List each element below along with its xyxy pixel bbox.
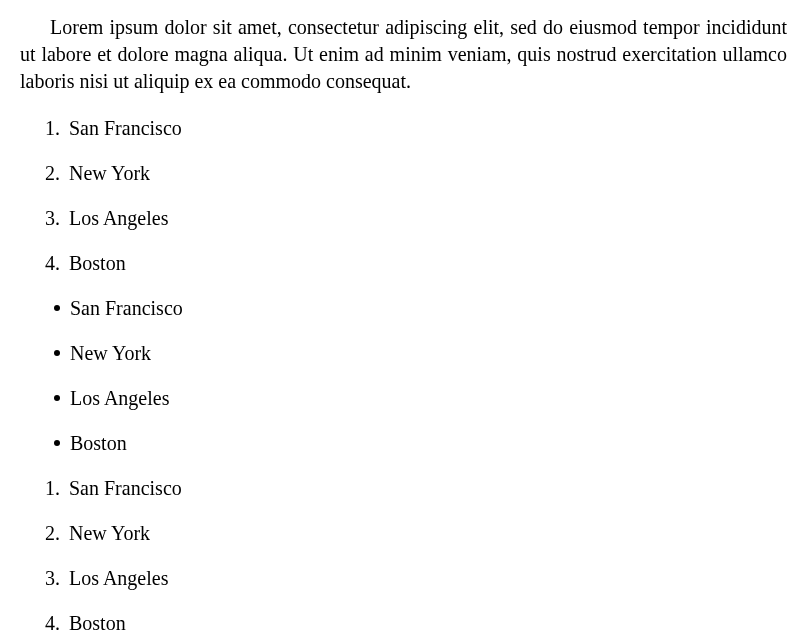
ordered-list-2: 1. San Francisco 2. New York 3. Los Ange…: [20, 475, 787, 637]
list-item-text: Los Angeles: [69, 205, 168, 232]
bullet-icon: [20, 430, 70, 457]
bullet-icon: [20, 295, 70, 322]
list-item-text: New York: [69, 520, 150, 547]
list-item: 3. Los Angeles: [20, 205, 787, 232]
list-item-text: Los Angeles: [69, 565, 168, 592]
ordered-list-1: 1. San Francisco 2. New York 3. Los Ange…: [20, 115, 787, 277]
list-item-text: San Francisco: [70, 295, 183, 322]
list-item: 2. New York: [20, 160, 787, 187]
unordered-list: San Francisco New York Los Angeles Bosto…: [20, 295, 787, 457]
list-item-text: Los Angeles: [70, 385, 169, 412]
list-marker: 2.: [20, 520, 69, 547]
list-item: 2. New York: [20, 520, 787, 547]
list-item: 4. Boston: [20, 250, 787, 277]
list-item: Los Angeles: [20, 385, 787, 412]
document-page: Lorem ipsum dolor sit amet, consectetur …: [0, 0, 807, 642]
list-item-text: Boston: [70, 430, 127, 457]
list-item: Boston: [20, 430, 787, 457]
list-item-text: Boston: [69, 250, 126, 277]
bullet-icon: [20, 385, 70, 412]
list-item: San Francisco: [20, 295, 787, 322]
list-marker: 4.: [20, 610, 69, 637]
list-marker: 3.: [20, 565, 69, 592]
list-marker: 3.: [20, 205, 69, 232]
list-item-text: San Francisco: [69, 115, 182, 142]
list-item: New York: [20, 340, 787, 367]
list-item: 3. Los Angeles: [20, 565, 787, 592]
list-item: 4. Boston: [20, 610, 787, 637]
list-item-text: New York: [70, 340, 151, 367]
list-marker: 4.: [20, 250, 69, 277]
intro-paragraph: Lorem ipsum dolor sit amet, consectetur …: [20, 14, 787, 95]
list-marker: 1.: [20, 115, 69, 142]
list-item: 1. San Francisco: [20, 115, 787, 142]
list-marker: 2.: [20, 160, 69, 187]
list-item-text: San Francisco: [69, 475, 182, 502]
list-item-text: Boston: [69, 610, 126, 637]
list-marker: 1.: [20, 475, 69, 502]
list-item-text: New York: [69, 160, 150, 187]
bullet-icon: [20, 340, 70, 367]
list-item: 1. San Francisco: [20, 475, 787, 502]
